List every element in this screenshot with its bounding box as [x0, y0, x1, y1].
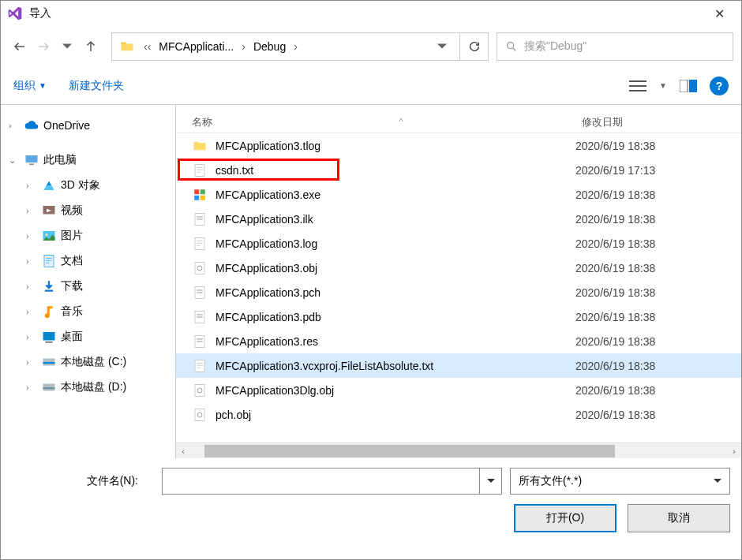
file-pane: 名称^ 修改日期 MFCApplication3.tlog2020/6/19 1… [176, 105, 741, 458]
forward-button[interactable] [32, 35, 54, 58]
file-name: pch.obj [215, 409, 575, 421]
file-date: 2020/6/19 18:38 [575, 213, 725, 226]
svg-rect-42 [195, 409, 204, 420]
file-date: 2020/6/19 18:38 [575, 409, 725, 421]
file-row[interactable]: MFCApplication3.res2020/6/19 18:38 [176, 329, 741, 353]
open-button[interactable]: 打开(O) [514, 504, 616, 532]
sidebar-item[interactable]: ›音乐 [1, 299, 175, 324]
file-date: 2020/6/19 18:38 [575, 286, 725, 299]
computer-icon [24, 153, 39, 167]
sidebar-item[interactable]: ›本地磁盘 (D:) [1, 375, 175, 400]
svg-rect-7 [29, 164, 34, 166]
file-row[interactable]: MFCApplication3.pch2020/6/19 18:38 [176, 280, 741, 304]
crumb-dropdown[interactable] [437, 42, 459, 51]
horizontal-scrollbar[interactable]: ‹ › [176, 442, 741, 458]
scroll-right-icon[interactable]: › [727, 446, 741, 456]
sidebar-item[interactable]: ›图片 [1, 223, 175, 248]
svg-rect-12 [45, 290, 54, 292]
filename-dropdown[interactable] [480, 468, 502, 495]
preview-pane-icon[interactable] [678, 77, 699, 95]
refresh-button[interactable] [459, 33, 488, 60]
nav-row: ‹‹ MFCApplicati... › Debug › 搜索"Debug" [1, 26, 741, 67]
cancel-button[interactable]: 取消 [628, 504, 730, 532]
svg-rect-22 [194, 195, 199, 200]
file-row[interactable]: MFCApplication3.tlog2020/6/19 18:38 [176, 133, 741, 158]
scrollbar-thumb[interactable] [204, 445, 615, 457]
file-name: MFCApplication3.pdb [215, 311, 575, 323]
column-date[interactable]: 修改日期 [582, 115, 732, 129]
file-date: 2020/6/19 18:38 [575, 335, 725, 348]
file-row[interactable]: MFCApplication3.vcxproj.FileListAbsolute… [176, 353, 741, 378]
svg-rect-21 [200, 189, 205, 194]
main-area: › OneDrive ⌄ 此电脑 ›3D 对象›视频›图片›文档›下载›音乐›桌… [1, 105, 741, 458]
filename-input[interactable] [162, 468, 480, 495]
svg-rect-4 [680, 80, 688, 92]
file-icon [192, 358, 208, 374]
file-name: MFCApplication3Dlg.obj [215, 384, 575, 397]
file-list: MFCApplication3.tlog2020/6/19 18:38csdn.… [176, 133, 741, 442]
file-row[interactable]: MFCApplication3.log2020/6/19 18:38 [176, 231, 741, 256]
file-name: MFCApplication3.tlog [215, 140, 575, 152]
back-button[interactable] [9, 35, 31, 58]
file-row[interactable]: pch.obj2020/6/19 18:38 [176, 402, 741, 427]
svg-rect-32 [197, 292, 203, 293]
file-date: 2020/6/19 18:38 [575, 384, 725, 397]
file-header: 名称^ 修改日期 [176, 105, 741, 133]
sidebar-item[interactable]: ›桌面 [1, 324, 175, 349]
search-box[interactable]: 搜索"Debug" [497, 32, 733, 61]
file-row[interactable]: MFCApplication3.obj2020/6/19 18:38 [176, 256, 741, 280]
file-name: MFCApplication3.pch [215, 286, 575, 299]
new-folder-button[interactable]: 新建文件夹 [69, 79, 124, 93]
svg-rect-1 [629, 80, 646, 82]
sidebar-thispc[interactable]: ⌄ 此电脑 [1, 147, 175, 173]
file-icon [192, 260, 208, 276]
svg-rect-28 [195, 262, 204, 274]
svg-rect-11 [44, 256, 54, 267]
filename-label: 文件名(N): [12, 474, 154, 488]
svg-rect-5 [689, 80, 697, 92]
svg-rect-20 [194, 189, 199, 194]
view-details-icon[interactable] [628, 77, 648, 95]
sidebar-item[interactable]: ›本地磁盘 (C:) [1, 349, 175, 375]
organize-menu[interactable]: 组织 ▼ [13, 79, 47, 93]
svg-rect-40 [195, 384, 204, 396]
scroll-left-icon[interactable]: ‹ [176, 446, 190, 456]
toolbar: 组织 ▼ 新建文件夹 ▼ ? [1, 67, 741, 105]
chevron-left-icon[interactable]: ‹‹ [141, 40, 154, 53]
column-name[interactable]: 名称^ [186, 115, 582, 129]
sidebar-item[interactable]: ›文档 [1, 248, 175, 274]
breadcrumb-part[interactable]: Debug [249, 40, 290, 53]
breadcrumb-bar[interactable]: ‹‹ MFCApplicati... › Debug › [111, 32, 489, 61]
filter-select[interactable]: 所有文件(*.*) [510, 468, 730, 495]
file-icon [192, 285, 208, 301]
help-icon[interactable]: ? [710, 77, 729, 95]
sidebar-onedrive[interactable]: › OneDrive [1, 113, 175, 138]
file-row[interactable]: MFCApplication3Dlg.obj2020/6/19 18:38 [176, 378, 741, 402]
sidebar-item[interactable]: ›3D 对象 [1, 173, 175, 198]
file-icon [192, 383, 208, 398]
file-row[interactable]: MFCApplication3.exe2020/6/19 18:38 [176, 182, 741, 207]
view-dropdown[interactable]: ▼ [659, 81, 667, 90]
sidebar-item[interactable]: ›视频 [1, 198, 175, 223]
folder-icon [120, 39, 134, 54]
svg-rect-38 [197, 341, 203, 342]
sidebar-item[interactable]: ›下载 [1, 274, 175, 299]
file-row[interactable]: MFCApplication3.ilk2020/6/19 18:38 [176, 207, 741, 231]
file-row[interactable]: MFCApplication3.pdb2020/6/19 18:38 [176, 304, 741, 329]
file-date: 2020/6/19 18:38 [575, 189, 725, 201]
sidebar-item-icon [42, 229, 56, 243]
svg-rect-16 [43, 362, 55, 364]
svg-rect-31 [197, 289, 203, 291]
history-dropdown[interactable] [56, 35, 78, 58]
svg-rect-18 [43, 387, 55, 389]
up-button[interactable] [80, 35, 102, 58]
file-row[interactable]: csdn.txt2020/6/19 17:13 [176, 158, 741, 182]
file-name: csdn.txt [215, 164, 575, 177]
close-button[interactable]: ✕ [703, 6, 735, 21]
sidebar-item-icon [42, 203, 56, 218]
file-icon [192, 236, 208, 252]
svg-rect-26 [197, 218, 203, 220]
svg-point-10 [46, 233, 48, 236]
search-icon [505, 40, 518, 53]
breadcrumb-part[interactable]: MFCApplicati... [154, 40, 238, 53]
